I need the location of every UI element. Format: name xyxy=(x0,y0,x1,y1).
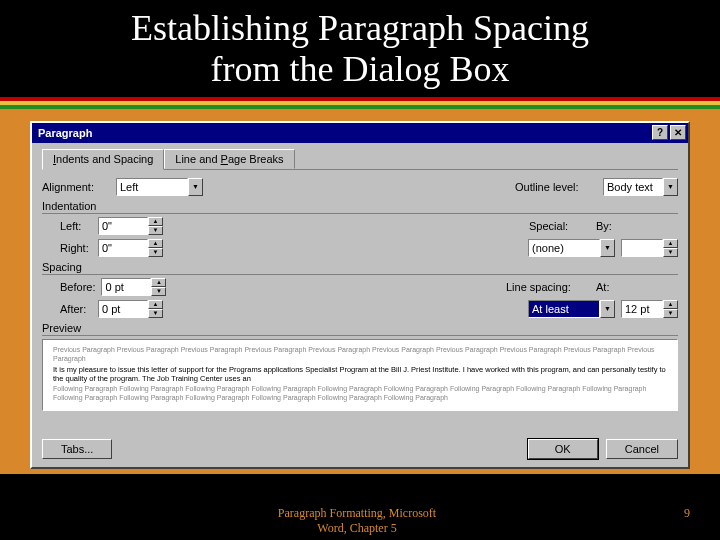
spin-down-icon[interactable]: ▼ xyxy=(148,226,163,235)
chevron-down-icon[interactable]: ▼ xyxy=(663,178,678,196)
paragraph-dialog: Paragraph ? ✕ Indents and Spacing Line a… xyxy=(30,121,690,469)
dialog-body: Indents and Spacing Line and Page Breaks… xyxy=(32,143,688,435)
page-number: 9 xyxy=(684,506,690,536)
preview-group: Preview xyxy=(42,322,678,336)
button-row: Tabs... OK Cancel xyxy=(32,435,688,467)
after-label: After: xyxy=(42,303,92,315)
spin-down-icon[interactable]: ▼ xyxy=(663,309,678,318)
spin-up-icon[interactable]: ▲ xyxy=(151,278,166,287)
after-spinner[interactable]: 0 pt ▲▼ xyxy=(98,300,163,318)
preview-box: Previous Paragraph Previous Paragraph Pr… xyxy=(42,339,678,411)
close-button[interactable]: ✕ xyxy=(670,125,686,140)
alignment-value: Left xyxy=(116,178,188,196)
left-spinner[interactable]: 0" ▲▼ xyxy=(98,217,163,235)
outline-combo[interactable]: Body text ▼ xyxy=(603,178,678,196)
spin-down-icon[interactable]: ▼ xyxy=(148,309,163,318)
spacing-group: Spacing xyxy=(42,261,678,275)
indentation-group: Indentation xyxy=(42,200,678,214)
line-spacing-combo[interactable]: At least ▼ xyxy=(528,300,615,318)
spin-up-icon[interactable]: ▲ xyxy=(148,300,163,309)
footer-line2: Word, Chapter 5 xyxy=(30,521,684,536)
spin-down-icon[interactable]: ▼ xyxy=(663,248,678,257)
before-value: 0 pt xyxy=(101,278,151,296)
spin-up-icon[interactable]: ▲ xyxy=(663,239,678,248)
tabs-button[interactable]: Tabs... xyxy=(42,439,112,459)
alignment-combo[interactable]: Left ▼ xyxy=(116,178,203,196)
spin-up-icon[interactable]: ▲ xyxy=(148,239,163,248)
left-label: Left: xyxy=(42,220,92,232)
tab-indents-spacing[interactable]: Indents and Spacing xyxy=(42,149,164,170)
at-spinner[interactable]: 12 pt ▲▼ xyxy=(621,300,678,318)
ok-button[interactable]: OK xyxy=(528,439,598,459)
title-line1: Establishing Paragraph Spacing xyxy=(20,8,700,49)
tab-strip: Indents and Spacing Line and Page Breaks xyxy=(42,149,678,170)
chevron-down-icon[interactable]: ▼ xyxy=(188,178,203,196)
line-spacing-value: At least xyxy=(528,300,600,318)
preview-before: Previous Paragraph Previous Paragraph Pr… xyxy=(53,346,667,364)
spin-down-icon[interactable]: ▼ xyxy=(151,287,166,296)
preview-sample: It is my pleasure to issue this letter o… xyxy=(53,365,667,383)
spin-up-icon[interactable]: ▲ xyxy=(663,300,678,309)
at-label: At: xyxy=(596,281,618,293)
outline-label: Outline level: xyxy=(515,181,597,193)
preview-after: Following Paragraph Following Paragraph … xyxy=(53,385,667,403)
after-value: 0 pt xyxy=(98,300,148,318)
by-spinner[interactable]: ▲▼ xyxy=(621,239,678,257)
at-value: 12 pt xyxy=(621,300,663,318)
right-value: 0" xyxy=(98,239,148,257)
special-value: (none) xyxy=(528,239,600,257)
right-label: Right: xyxy=(42,242,92,254)
special-combo[interactable]: (none) ▼ xyxy=(528,239,615,257)
content-area: Paragraph ? ✕ Indents and Spacing Line a… xyxy=(0,109,720,474)
titlebar: Paragraph ? ✕ xyxy=(32,123,688,143)
footer-line1: Paragraph Formatting, Microsoft xyxy=(30,506,684,521)
dialog-title: Paragraph xyxy=(38,127,650,139)
cancel-button[interactable]: Cancel xyxy=(606,439,678,459)
by-value xyxy=(621,239,663,257)
title-line2: from the Dialog Box xyxy=(20,49,700,90)
alignment-label: Alignment: xyxy=(42,181,110,193)
chevron-down-icon[interactable]: ▼ xyxy=(600,239,615,257)
special-label: Special: xyxy=(529,220,584,232)
outline-value: Body text xyxy=(603,178,663,196)
left-value: 0" xyxy=(98,217,148,235)
chevron-down-icon[interactable]: ▼ xyxy=(600,300,615,318)
slide-title: Establishing Paragraph Spacing from the … xyxy=(0,0,720,97)
before-spinner[interactable]: 0 pt ▲▼ xyxy=(101,278,166,296)
slide-footer: Paragraph Formatting, Microsoft Word, Ch… xyxy=(0,506,720,536)
spin-up-icon[interactable]: ▲ xyxy=(148,217,163,226)
spin-down-icon[interactable]: ▼ xyxy=(148,248,163,257)
tab-line-page-breaks[interactable]: Line and Page Breaks xyxy=(164,149,294,169)
before-label: Before: xyxy=(42,281,95,293)
right-spinner[interactable]: 0" ▲▼ xyxy=(98,239,163,257)
help-button[interactable]: ? xyxy=(652,125,668,140)
by-label: By: xyxy=(596,220,626,232)
line-spacing-label: Line spacing: xyxy=(506,281,584,293)
